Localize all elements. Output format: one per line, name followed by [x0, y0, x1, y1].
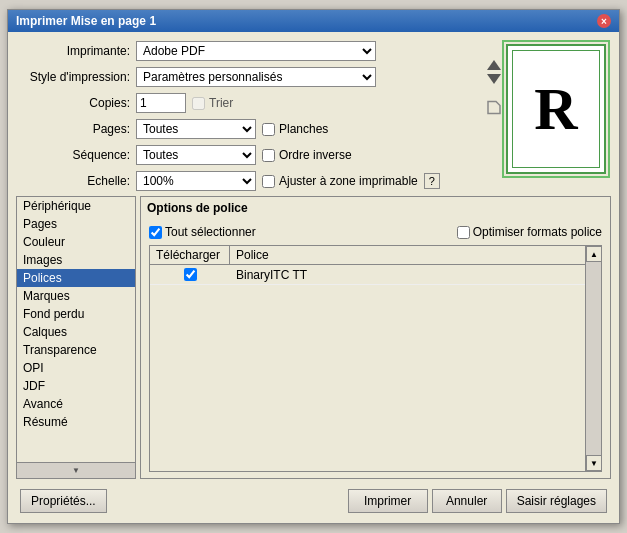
copies-row: Copies: Trier — [16, 92, 473, 114]
sidebar-item-couleur[interactable]: Couleur — [17, 233, 135, 251]
optimize-row: Optimiser formats police — [457, 225, 602, 239]
font-table-cell-check — [150, 268, 230, 281]
preview-area: R — [481, 40, 611, 192]
sidebar-scrollbar[interactable]: ▼ — [17, 462, 135, 478]
printer-select[interactable]: Adobe PDF — [136, 41, 376, 61]
options-checkboxes: Tout sélectionner Optimiser formats poli… — [149, 225, 602, 239]
sequence-row: Séquence: Toutes Ordre inverse — [16, 144, 473, 166]
cancel-button[interactable]: Annuler — [432, 489, 502, 513]
close-button[interactable]: × — [597, 14, 611, 28]
font-table-scrollbar: ▲ ▼ — [585, 246, 601, 471]
scale-label: Echelle: — [16, 174, 136, 188]
dialog: Imprimer Mise en page 1 × Imprimante: Ad… — [7, 9, 620, 524]
planches-checkbox-row: Planches — [262, 122, 328, 136]
col-telecharger: Télécharger — [150, 246, 230, 264]
style-row: Style d'impression: Paramètres personnal… — [16, 66, 473, 88]
scroll-down-arrow[interactable]: ▼ — [586, 455, 602, 471]
sidebar-item-peripherique[interactable]: Périphérique — [17, 197, 135, 215]
printer-control: Adobe PDF — [136, 41, 376, 61]
font-table-body: BinaryITC TT — [150, 265, 585, 471]
copies-label: Copies: — [16, 96, 136, 110]
scale-row: Echelle: 100% Ajuster à zone imprimable … — [16, 170, 473, 192]
planches-checkbox[interactable] — [262, 123, 275, 136]
title-bar: Imprimer Mise en page 1 × — [8, 10, 619, 32]
trier-checkbox[interactable] — [192, 97, 205, 110]
sidebar: Périphérique Pages Couleur Images Police… — [16, 196, 136, 479]
trier-label: Trier — [209, 96, 233, 110]
content-panel: Options de police Tout sélectionner Opti… — [140, 196, 611, 479]
scroll-thumb[interactable] — [586, 262, 601, 455]
col-police: Police — [230, 246, 585, 264]
sequence-select[interactable]: Toutes — [136, 145, 256, 165]
sequence-label: Séquence: — [16, 148, 136, 162]
optimize-checkbox[interactable] — [457, 226, 470, 239]
table-row: BinaryITC TT — [150, 265, 585, 285]
sidebar-item-jdf[interactable]: JDF — [17, 377, 135, 395]
sidebar-items-list: Périphérique Pages Couleur Images Police… — [17, 197, 135, 462]
printer-label: Imprimante: — [16, 44, 136, 58]
section-title: Options de police — [147, 201, 248, 215]
dialog-title: Imprimer Mise en page 1 — [16, 14, 156, 28]
copies-control: Trier — [136, 93, 233, 113]
pages-label: Pages: — [16, 122, 136, 136]
trier-checkbox-row: Trier — [192, 96, 233, 110]
font-table: Télécharger Police BinaryITC TT — [150, 246, 585, 471]
font-table-header: Télécharger Police — [150, 246, 585, 265]
arrow-up-icon[interactable] — [487, 60, 501, 70]
middle-section: Périphérique Pages Couleur Images Police… — [16, 196, 611, 479]
sequence-control: Toutes Ordre inverse — [136, 145, 352, 165]
sidebar-item-calques[interactable]: Calques — [17, 323, 135, 341]
pages-select[interactable]: Toutes — [136, 119, 256, 139]
action-buttons: Imprimer Annuler Saisir réglages — [348, 489, 607, 513]
printer-row: Imprimante: Adobe PDF — [16, 40, 473, 62]
sidebar-item-transparence[interactable]: Transparence — [17, 341, 135, 359]
save-settings-button[interactable]: Saisir réglages — [506, 489, 607, 513]
top-section: Imprimante: Adobe PDF Style d'impression… — [16, 40, 611, 192]
sidebar-item-polices[interactable]: Polices — [17, 269, 135, 287]
sidebar-item-avance[interactable]: Avancé — [17, 395, 135, 413]
sidebar-item-opi[interactable]: OPI — [17, 359, 135, 377]
scroll-up-arrow[interactable]: ▲ — [586, 246, 602, 262]
ajuster-checkbox-row: Ajuster à zone imprimable — [262, 174, 418, 188]
help-button[interactable]: ? — [424, 173, 440, 189]
select-all-row: Tout sélectionner — [149, 225, 256, 239]
ordre-checkbox-row: Ordre inverse — [262, 148, 352, 162]
sidebar-item-images[interactable]: Images — [17, 251, 135, 269]
sidebar-item-resume[interactable]: Résumé — [17, 413, 135, 431]
ordre-label: Ordre inverse — [279, 148, 352, 162]
bottom-buttons: Propriétés... Imprimer Annuler Saisir ré… — [16, 483, 611, 515]
font-table-cell-name: BinaryITC TT — [230, 268, 585, 282]
optimize-label: Optimiser formats police — [473, 225, 602, 239]
scale-select[interactable]: 100% — [136, 171, 256, 191]
scale-control: 100% Ajuster à zone imprimable ? — [136, 171, 440, 191]
style-select[interactable]: Paramètres personnalisés — [136, 67, 376, 87]
dialog-body: Imprimante: Adobe PDF Style d'impression… — [8, 32, 619, 523]
sidebar-scroll-arrow: ▼ — [72, 466, 80, 475]
font-row-checkbox[interactable] — [184, 268, 197, 281]
style-control: Paramètres personnalisés — [136, 67, 376, 87]
svg-marker-0 — [488, 102, 500, 114]
arrow-down-icon[interactable] — [487, 74, 501, 84]
ordre-checkbox[interactable] — [262, 149, 275, 162]
sidebar-item-pages[interactable]: Pages — [17, 215, 135, 233]
ajuster-label: Ajuster à zone imprimable — [279, 174, 418, 188]
font-table-wrapper: Télécharger Police BinaryITC TT — [149, 245, 602, 472]
print-button[interactable]: Imprimer — [348, 489, 428, 513]
pages-row: Pages: Toutes Planches — [16, 118, 473, 140]
properties-button[interactable]: Propriétés... — [20, 489, 107, 513]
planches-label: Planches — [279, 122, 328, 136]
page-orient-icon — [486, 100, 502, 116]
select-all-label: Tout sélectionner — [165, 225, 256, 239]
options-header: Options de police — [141, 197, 610, 219]
pages-control: Toutes Planches — [136, 119, 328, 139]
ajuster-checkbox[interactable] — [262, 175, 275, 188]
copies-input[interactable] — [136, 93, 186, 113]
page-preview: R — [506, 44, 606, 174]
style-label: Style d'impression: — [16, 70, 136, 84]
select-all-checkbox[interactable] — [149, 226, 162, 239]
sidebar-item-fond-perdu[interactable]: Fond perdu — [17, 305, 135, 323]
form-area: Imprimante: Adobe PDF Style d'impression… — [16, 40, 473, 192]
content-body: Tout sélectionner Optimiser formats poli… — [141, 219, 610, 478]
sidebar-item-marques[interactable]: Marques — [17, 287, 135, 305]
